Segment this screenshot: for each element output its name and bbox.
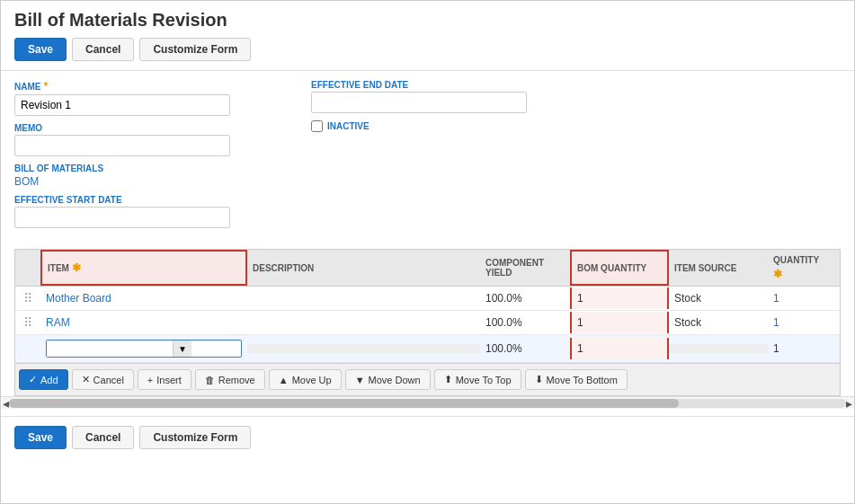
drag-handle-new [15,344,40,353]
th-item-source: ITEM SOURCE [669,250,768,286]
move-down-button[interactable]: ▼ Move Down [345,369,431,390]
cancel-button-bottom[interactable]: Cancel [72,426,134,449]
insert-button[interactable]: + Insert [138,369,191,390]
cancel-x-icon: ✕ [82,374,90,385]
table-body: ⠿ Mother Board 100.0% 1 Stock 1 ⠿ RAM [15,287,840,363]
item-source-cell: Stock [669,287,768,309]
new-item-source-cell [669,344,768,353]
effective-end-label: EFFECTIVE END DATE [311,80,841,90]
name-field-group: NAME * [14,80,284,116]
cancel-row-button[interactable]: ✕ Cancel [72,369,134,390]
component-yield-cell: 100.0% [480,312,570,333]
new-bom-quantity-cell: 1 [570,338,669,359]
form-left: NAME * MEMO BILL OF MATERIALS BOM EFFECT… [14,80,284,235]
memo-field-group: MEMO [14,123,284,156]
move-to-bottom-button[interactable]: ⬇ Move To Bottom [525,369,628,390]
action-bar: ✓ Add ✕ Cancel + Insert 🗑 Remove ▲ Move … [15,363,840,395]
top-toolbar: Save Cancel Customize Form [14,38,841,61]
cancel-row-label: Cancel [94,375,124,385]
item-dropdown-btn[interactable]: ▼ [173,340,191,357]
item-required-star: ✱ [72,261,81,274]
inactive-field-group: INACTIVE [311,120,841,132]
move-up-button[interactable]: ▲ Move Up [269,369,342,390]
inactive-checkbox[interactable] [311,120,323,132]
quantity-link[interactable]: 1 [773,316,779,329]
scrollbar-track[interactable] [9,399,846,408]
item-cell: RAM [40,312,247,333]
move-to-top-label: Move To Top [456,375,512,385]
scroll-left-btn[interactable]: ◂ [3,396,9,409]
horizontal-scrollbar[interactable]: ◂ ▸ [1,396,854,409]
scrollbar-thumb[interactable] [9,399,679,408]
drag-handle[interactable]: ⠿ [15,311,40,334]
effective-start-label: EFFECTIVE START DATE [14,195,284,205]
new-item-cell[interactable]: ▼ [40,335,247,362]
bom-label: BILL OF MATERIALS [14,164,284,173]
remove-label: Remove [218,375,255,385]
item-link[interactable]: RAM [46,316,70,329]
effective-start-field-group: EFFECTIVE START DATE [14,195,284,228]
quantity-cell: 1 [768,312,840,333]
quantity-cell: 1 [768,287,840,309]
move-up-icon: ▲ [279,375,289,385]
component-yield-cell: 100.0% [480,287,570,309]
th-description: DESCRIPTION [247,250,480,286]
form-area: NAME * MEMO BILL OF MATERIALS BOM EFFECT… [1,71,854,244]
move-down-label: Move Down [369,375,421,385]
new-description-cell [247,344,480,353]
memo-input[interactable] [14,135,230,156]
save-button-bottom[interactable]: Save [14,426,67,449]
bottom-toolbar: Save Cancel Customize Form [1,416,854,458]
insert-label: Insert [156,375,182,385]
add-label: Add [40,375,58,385]
effective-start-input[interactable] [14,207,230,228]
th-item: ITEM ✱ [40,250,247,286]
remove-button[interactable]: 🗑 Remove [195,369,265,390]
bom-link[interactable]: BOM [14,175,39,188]
th-quantity: QUANTITY ✱ [768,250,840,286]
bom-quantity-cell: 1 [570,312,669,333]
customize-form-button-bottom[interactable]: Customize Form [139,426,251,449]
save-button-top[interactable]: Save [14,38,67,61]
th-component-yield: COMPONENT YIELD [480,250,570,286]
item-input[interactable] [47,340,173,357]
table-row: ⠿ RAM 100.0% 1 Stock 1 [15,311,840,335]
table-header: ITEM ✱ DESCRIPTION COMPONENT YIELD BOM Q… [15,250,840,287]
move-to-bottom-label: Move To Bottom [547,375,618,385]
name-required: * [43,80,48,93]
form-right: EFFECTIVE END DATE INACTIVE [311,80,841,235]
th-drag [15,250,40,286]
bom-quantity-cell: 1 [570,287,669,309]
customize-form-button-top[interactable]: Customize Form [139,38,251,61]
new-component-yield-cell: 100.0% [480,338,570,359]
remove-trash-icon: 🗑 [205,375,215,385]
move-to-bottom-icon: ⬇ [535,374,543,385]
move-up-label: Move Up [292,375,332,385]
move-to-top-icon: ⬆ [444,374,452,385]
description-cell [247,318,480,327]
bom-field-group: BILL OF MATERIALS BOM [14,164,284,188]
move-down-icon: ▼ [355,375,365,385]
quantity-link[interactable]: 1 [773,292,779,305]
add-check-icon: ✓ [29,374,37,385]
inactive-label: INACTIVE [327,121,370,131]
th-bom-quantity: BOM QUANTITY [570,250,669,286]
add-button[interactable]: ✓ Add [19,369,68,390]
item-link[interactable]: Mother Board [46,292,111,305]
move-to-top-button[interactable]: ⬆ Move To Top [434,369,521,390]
description-cell [247,294,480,303]
scroll-right-btn[interactable]: ▸ [846,396,852,409]
effective-end-input[interactable] [311,92,527,113]
new-quantity-cell: 1 [768,338,840,359]
page-title: Bill of Materials Revision [14,10,841,31]
cancel-button-top[interactable]: Cancel [72,38,134,61]
insert-plus-icon: + [147,375,153,385]
table-row: ⠿ Mother Board 100.0% 1 Stock 1 [15,287,840,311]
memo-label: MEMO [14,123,284,133]
name-input[interactable] [14,94,230,116]
drag-handle[interactable]: ⠿ [15,287,40,310]
name-label: NAME * [14,80,284,93]
effective-end-field-group: EFFECTIVE END DATE [311,80,841,113]
bom-table: ITEM ✱ DESCRIPTION COMPONENT YIELD BOM Q… [14,249,841,396]
item-dropdown[interactable]: ▼ [46,340,242,358]
